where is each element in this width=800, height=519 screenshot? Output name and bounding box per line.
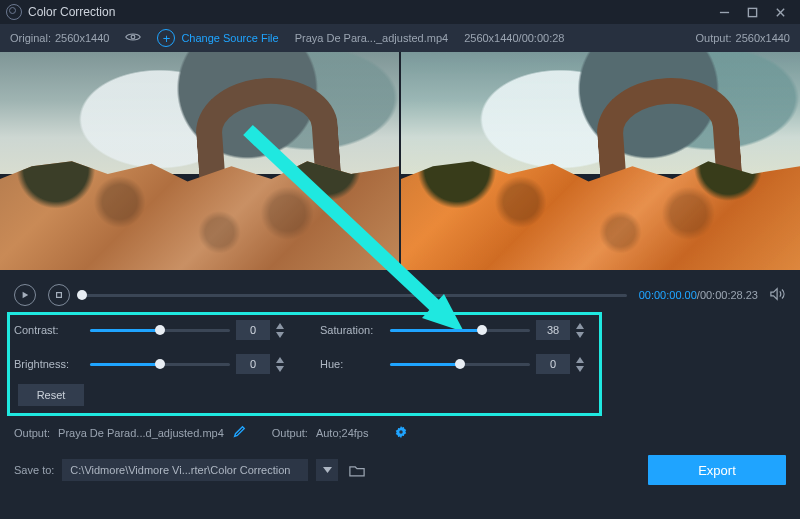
reset-button[interactable]: Reset xyxy=(18,384,84,406)
time-display: 00:00:00.00/00:00:28.23 xyxy=(639,289,758,301)
svg-point-8 xyxy=(400,430,404,434)
save-path-field[interactable]: C:\Vidmore\Vidmore Vi...rter\Color Corre… xyxy=(62,459,308,481)
play-button[interactable] xyxy=(14,284,36,306)
original-dimensions: 2560x1440 xyxy=(55,32,109,44)
contrast-slider[interactable] xyxy=(90,329,230,332)
output-settings-icon[interactable] xyxy=(394,425,408,441)
minimize-button[interactable] xyxy=(710,2,738,22)
hue-slider[interactable] xyxy=(390,363,530,366)
brightness-value: 0 xyxy=(236,354,270,374)
titlebar: Color Correction xyxy=(0,0,800,24)
contrast-value-box[interactable]: 0 xyxy=(236,320,292,340)
window-title: Color Correction xyxy=(28,5,115,19)
output-dimensions: 2560x1440 xyxy=(736,32,790,44)
maximize-button[interactable] xyxy=(738,2,766,22)
volume-icon[interactable] xyxy=(770,287,786,304)
info-toolbar: Original: 2560x1440 + Change Source File… xyxy=(0,24,800,52)
saturation-slider[interactable] xyxy=(390,329,530,332)
source-filename: Praya De Para..._adjusted.mp4 xyxy=(295,32,448,44)
output-info-row: Output: Praya De Parad...d_adjusted.mp4 … xyxy=(0,418,800,448)
saturation-value-box[interactable]: 38 xyxy=(536,320,592,340)
brightness-step-up[interactable] xyxy=(273,356,287,364)
output-file-name: Praya De Parad...d_adjusted.mp4 xyxy=(58,427,224,439)
output-format-label: Output: xyxy=(272,427,308,439)
brightness-step-down[interactable] xyxy=(273,365,287,373)
output-format-value: Auto;24fps xyxy=(316,427,369,439)
svg-point-4 xyxy=(132,35,136,39)
add-source-icon[interactable]: + xyxy=(157,29,175,47)
contrast-value: 0 xyxy=(236,320,270,340)
edit-output-name-icon[interactable] xyxy=(232,425,246,441)
preview-row xyxy=(0,52,800,270)
export-button[interactable]: Export xyxy=(648,455,786,485)
hue-value: 0 xyxy=(536,354,570,374)
seek-slider[interactable] xyxy=(82,294,627,297)
change-source-link[interactable]: Change Source File xyxy=(181,32,278,44)
time-current: 00:00:00.00 xyxy=(639,289,697,301)
svg-rect-5 xyxy=(57,293,62,298)
hue-label: Hue: xyxy=(298,358,384,370)
hue-value-box[interactable]: 0 xyxy=(536,354,592,374)
time-duration: 00:00:28.23 xyxy=(700,289,758,301)
playback-bar: 00:00:00.00/00:00:28.23 xyxy=(0,278,800,312)
output-file-label: Output: xyxy=(14,427,50,439)
contrast-step-up[interactable] xyxy=(273,322,287,330)
saturation-step-down[interactable] xyxy=(573,331,587,339)
saturation-label: Saturation: xyxy=(298,324,384,336)
original-label: Original: xyxy=(10,32,51,44)
brightness-label: Brightness: xyxy=(14,358,84,370)
save-to-label: Save to: xyxy=(14,464,54,476)
color-controls-panel: Contrast: 0 Saturation: 38 Brightness: 0… xyxy=(0,312,800,418)
contrast-step-down[interactable] xyxy=(273,331,287,339)
saturation-step-up[interactable] xyxy=(573,322,587,330)
close-button[interactable] xyxy=(766,2,794,22)
output-label: Output: xyxy=(695,32,731,44)
open-folder-icon[interactable] xyxy=(346,459,368,481)
hue-step-down[interactable] xyxy=(573,365,587,373)
save-path-dropdown[interactable] xyxy=(316,459,338,481)
preview-original xyxy=(0,52,399,270)
hue-step-up[interactable] xyxy=(573,356,587,364)
svg-rect-1 xyxy=(748,8,756,16)
contrast-label: Contrast: xyxy=(14,324,84,336)
app-logo-icon xyxy=(6,4,22,20)
save-row: Save to: C:\Vidmore\Vidmore Vi...rter\Co… xyxy=(0,448,800,492)
preview-toggle-icon[interactable] xyxy=(125,31,141,45)
source-meta: 2560x1440/00:00:28 xyxy=(464,32,564,44)
preview-adjusted xyxy=(399,52,800,270)
brightness-value-box[interactable]: 0 xyxy=(236,354,292,374)
stop-button[interactable] xyxy=(48,284,70,306)
brightness-slider[interactable] xyxy=(90,363,230,366)
saturation-value: 38 xyxy=(536,320,570,340)
